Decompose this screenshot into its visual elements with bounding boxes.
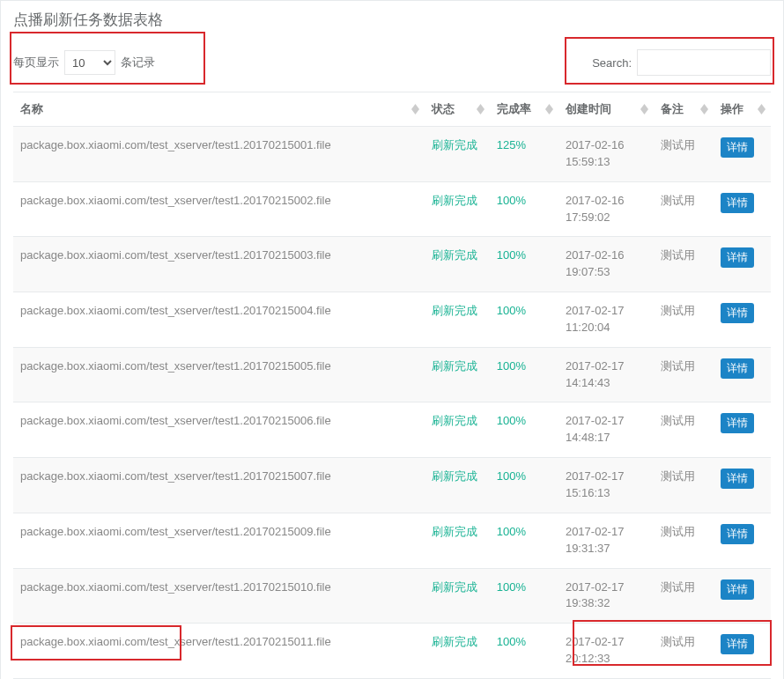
page-length-control: 每页显示 10 条记录 bbox=[13, 50, 155, 75]
cell-note: 测试用 bbox=[654, 292, 713, 348]
cell-op: 详情 bbox=[714, 237, 771, 292]
detail-button[interactable]: 详情 bbox=[721, 634, 754, 654]
cell-rate: 100% bbox=[490, 513, 558, 568]
cell-note: 测试用 bbox=[654, 402, 713, 458]
cell-note: 测试用 bbox=[654, 181, 713, 237]
cell-op: 详情 bbox=[714, 402, 771, 458]
col-header-note[interactable]: 备注 bbox=[654, 92, 713, 127]
cell-note: 测试用 bbox=[654, 237, 713, 292]
cell-time: 2017-02-16 17:59:02 bbox=[558, 181, 655, 237]
cell-rate: 100% bbox=[490, 402, 558, 458]
cell-status: 刷新完成 bbox=[425, 568, 490, 624]
cell-op: 详情 bbox=[714, 347, 771, 402]
cell-rate: 100% bbox=[490, 347, 558, 402]
detail-button[interactable]: 详情 bbox=[721, 469, 754, 489]
table-row: package.box.xiaomi.com/test_xserver/test… bbox=[13, 568, 771, 624]
cell-time: 2017-02-17 14:14:43 bbox=[558, 347, 655, 402]
cell-op: 详情 bbox=[714, 127, 771, 182]
table-row: package.box.xiaomi.com/test_xserver/test… bbox=[13, 127, 771, 182]
detail-button[interactable]: 详情 bbox=[721, 303, 754, 323]
svg-marker-11 bbox=[758, 109, 766, 114]
cell-note: 测试用 bbox=[654, 624, 713, 679]
table-row: package.box.xiaomi.com/test_xserver/test… bbox=[13, 347, 771, 402]
sort-icon bbox=[545, 104, 553, 114]
cell-note: 测试用 bbox=[654, 568, 713, 624]
cell-name: package.box.xiaomi.com/test_xserver/test… bbox=[13, 347, 425, 402]
cell-time: 2017-02-16 19:07:53 bbox=[558, 237, 655, 292]
table-row: package.box.xiaomi.com/test_xserver/test… bbox=[13, 237, 771, 292]
cell-op: 详情 bbox=[714, 513, 771, 568]
cell-note: 测试用 bbox=[654, 513, 713, 568]
cell-time: 2017-02-17 20:12:33 bbox=[558, 624, 655, 679]
svg-marker-3 bbox=[477, 109, 484, 114]
cell-op: 详情 bbox=[714, 292, 771, 348]
search-control: Search: bbox=[592, 49, 771, 76]
cell-name: package.box.xiaomi.com/test_xserver/test… bbox=[13, 127, 425, 182]
table-row: package.box.xiaomi.com/test_xserver/test… bbox=[13, 458, 771, 513]
toolbar: 每页显示 10 条记录 Search: bbox=[13, 39, 771, 92]
col-header-op[interactable]: 操作 bbox=[714, 92, 771, 127]
cell-status: 刷新完成 bbox=[425, 402, 490, 458]
cell-time: 2017-02-17 19:38:32 bbox=[558, 568, 655, 624]
cell-op: 详情 bbox=[714, 568, 771, 624]
cell-status: 刷新完成 bbox=[425, 237, 490, 292]
search-label: Search: bbox=[592, 56, 632, 70]
detail-button[interactable]: 详情 bbox=[721, 193, 754, 213]
cell-name: package.box.xiaomi.com/test_xserver/test… bbox=[13, 181, 425, 237]
length-suffix: 条记录 bbox=[121, 55, 155, 70]
table-row: package.box.xiaomi.com/test_xserver/test… bbox=[13, 181, 771, 237]
cell-name: package.box.xiaomi.com/test_xserver/test… bbox=[13, 292, 425, 348]
col-header-time[interactable]: 创建时间 bbox=[558, 92, 655, 127]
detail-button[interactable]: 详情 bbox=[721, 247, 754, 268]
svg-marker-1 bbox=[411, 109, 419, 114]
cell-status: 刷新完成 bbox=[425, 624, 490, 679]
detail-button[interactable]: 详情 bbox=[721, 358, 754, 379]
cell-time: 2017-02-17 14:48:17 bbox=[558, 402, 655, 458]
svg-marker-5 bbox=[545, 109, 553, 114]
cell-rate: 125% bbox=[490, 127, 558, 182]
data-panel: 点播刷新任务数据表格 每页显示 10 条记录 Search: 名称 bbox=[0, 0, 784, 679]
cell-op: 详情 bbox=[714, 624, 771, 679]
table-row: package.box.xiaomi.com/test_xserver/test… bbox=[13, 624, 771, 679]
table-row: package.box.xiaomi.com/test_xserver/test… bbox=[13, 513, 771, 568]
cell-name: package.box.xiaomi.com/test_xserver/test… bbox=[13, 568, 425, 624]
cell-note: 测试用 bbox=[654, 127, 713, 182]
detail-button[interactable]: 详情 bbox=[721, 413, 754, 433]
cell-name: package.box.xiaomi.com/test_xserver/test… bbox=[13, 458, 425, 513]
page-length-select[interactable]: 10 bbox=[64, 50, 115, 75]
cell-name: package.box.xiaomi.com/test_xserver/test… bbox=[13, 513, 425, 568]
cell-rate: 100% bbox=[490, 568, 558, 624]
sort-icon bbox=[640, 104, 648, 114]
cell-status: 刷新完成 bbox=[425, 127, 490, 182]
detail-button[interactable]: 详情 bbox=[721, 579, 754, 600]
search-input[interactable] bbox=[637, 49, 771, 76]
cell-note: 测试用 bbox=[654, 458, 713, 513]
detail-button[interactable]: 详情 bbox=[721, 137, 754, 158]
cell-status: 刷新完成 bbox=[425, 458, 490, 513]
cell-status: 刷新完成 bbox=[425, 292, 490, 348]
sort-icon bbox=[700, 104, 708, 114]
detail-button[interactable]: 详情 bbox=[721, 524, 754, 544]
cell-time: 2017-02-16 15:59:13 bbox=[558, 127, 655, 182]
cell-rate: 100% bbox=[490, 181, 558, 237]
cell-time: 2017-02-17 15:16:13 bbox=[558, 458, 655, 513]
cell-time: 2017-02-17 11:20:04 bbox=[558, 292, 655, 348]
col-header-name[interactable]: 名称 bbox=[13, 92, 425, 127]
svg-marker-7 bbox=[640, 109, 648, 114]
table-row: package.box.xiaomi.com/test_xserver/test… bbox=[13, 292, 771, 348]
data-table: 名称 状态 完成率 bbox=[13, 92, 771, 679]
cell-op: 详情 bbox=[714, 458, 771, 513]
sort-icon bbox=[411, 104, 419, 114]
length-prefix: 每页显示 bbox=[13, 55, 59, 70]
cell-status: 刷新完成 bbox=[425, 513, 490, 568]
col-header-status[interactable]: 状态 bbox=[425, 92, 490, 127]
cell-status: 刷新完成 bbox=[425, 347, 490, 402]
cell-status: 刷新完成 bbox=[425, 181, 490, 237]
cell-op: 详情 bbox=[714, 181, 771, 237]
cell-note: 测试用 bbox=[654, 347, 713, 402]
col-header-rate[interactable]: 完成率 bbox=[490, 92, 558, 127]
cell-rate: 100% bbox=[490, 458, 558, 513]
sort-icon bbox=[477, 104, 484, 114]
svg-marker-9 bbox=[700, 109, 708, 114]
cell-time: 2017-02-17 19:31:37 bbox=[558, 513, 655, 568]
